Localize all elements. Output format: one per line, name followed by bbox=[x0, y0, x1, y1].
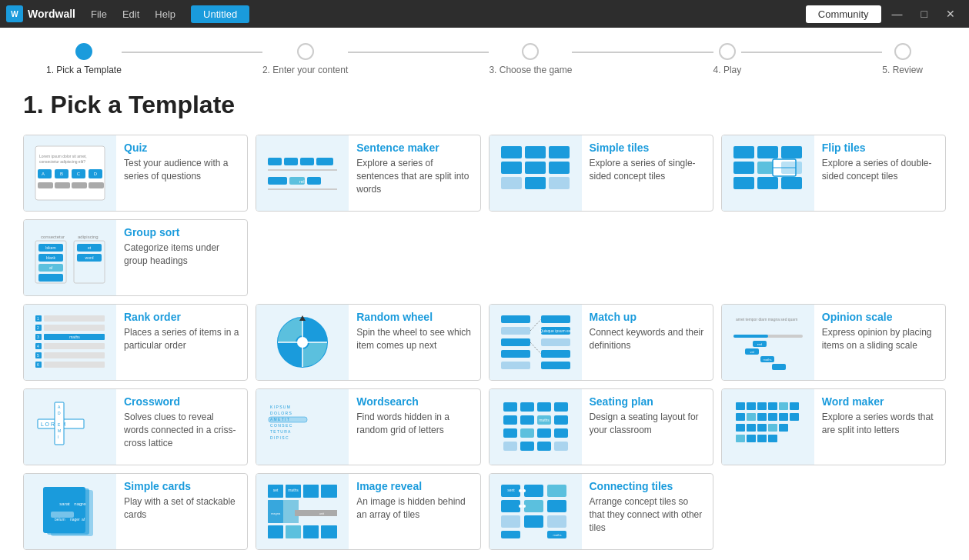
template-sentence-maker[interactable]: rel. Sentence maker Explore a series of … bbox=[256, 135, 480, 212]
template-simple-cards[interactable]: sarat nagre belum nager af Simple cards … bbox=[23, 473, 248, 550]
svg-rect-184 bbox=[286, 525, 301, 538]
template-random-wheel-info: Random wheel Spin the wheel to see which… bbox=[349, 305, 479, 380]
svg-text:rel.: rel. bbox=[299, 179, 306, 184]
svg-text:Quisque ipsum est: Quisque ipsum est bbox=[540, 328, 572, 333]
template-opinion-scale-info: Opinion scale Express opinion by placing… bbox=[814, 305, 945, 380]
titlebar-right: Community — □ ✕ bbox=[806, 5, 963, 23]
template-match-up-thumb: Quisque ipsum est bbox=[490, 305, 582, 380]
svg-rect-149 bbox=[757, 413, 767, 421]
svg-rect-196 bbox=[547, 515, 566, 528]
template-word-maker[interactable]: Word maker Explore a series words that a… bbox=[721, 388, 946, 465]
svg-rect-23 bbox=[307, 177, 321, 185]
menu-help[interactable]: Help bbox=[149, 5, 182, 23]
svg-rect-106 bbox=[772, 364, 786, 370]
template-crossword[interactable]: L O R E M A D E M I Crossword Solves clu… bbox=[23, 388, 248, 465]
template-word-maker-thumb bbox=[722, 389, 814, 465]
svg-rect-141 bbox=[736, 402, 745, 410]
template-match-up[interactable]: Quisque ipsum est Match up Connect keywo… bbox=[489, 304, 713, 381]
svg-rect-89 bbox=[501, 338, 530, 346]
svg-rect-132 bbox=[554, 415, 568, 425]
template-crossword-thumb: L O R E M A D E M I bbox=[24, 389, 116, 465]
svg-rect-157 bbox=[779, 424, 788, 432]
svg-rect-159 bbox=[747, 435, 756, 442]
svg-rect-148 bbox=[747, 413, 756, 421]
maximize-button[interactable]: □ bbox=[914, 5, 935, 23]
template-wordsearch-desc: Find words hidden in a random grid of le… bbox=[356, 411, 472, 437]
svg-rect-151 bbox=[779, 413, 788, 421]
template-opinion-scale-desc: Express opinion by placing items on a sl… bbox=[822, 326, 937, 352]
svg-text:nagre: nagre bbox=[74, 502, 86, 506]
svg-text:et: et bbox=[88, 245, 92, 250]
template-flip-tiles[interactable]: Flip tiles Explore a series of double-si… bbox=[721, 135, 946, 212]
svg-text:magna: magna bbox=[271, 512, 281, 515]
svg-rect-17 bbox=[300, 158, 314, 165]
template-rank-order[interactable]: 1 2 3 maths 4 5 6 bbox=[23, 304, 248, 381]
svg-rect-36 bbox=[781, 146, 802, 158]
step-3: 3. Choose the game bbox=[489, 43, 572, 75]
menu-edit[interactable]: Edit bbox=[116, 5, 145, 23]
step-1-label: 1. Pick a Template bbox=[46, 65, 122, 75]
svg-rect-161 bbox=[768, 435, 777, 442]
svg-rect-91 bbox=[501, 350, 530, 358]
page-title: 1. Pick a Template bbox=[15, 91, 954, 135]
template-simple-tiles-name: Simple tiles bbox=[590, 142, 705, 154]
template-random-wheel[interactable]: Random wheel Spin the wheel to see which… bbox=[256, 304, 480, 381]
template-word-maker-desc: Explore a series words that are split in… bbox=[822, 411, 937, 437]
step-5-label: 5. Review bbox=[882, 65, 923, 75]
template-connecting-tiles[interactable]: sent maths bbox=[489, 473, 713, 550]
svg-rect-28 bbox=[501, 162, 522, 174]
community-button[interactable]: Community bbox=[806, 5, 881, 23]
template-quiz[interactable]: Lorem ipsum dolor sit amet, consectetur … bbox=[23, 135, 248, 212]
svg-rect-179 bbox=[295, 510, 337, 516]
template-opinion-scale[interactable]: amet tempor diam magna sed quam end val … bbox=[721, 304, 946, 381]
svg-rect-31 bbox=[501, 177, 522, 189]
template-quiz-desc: Test your audience with a series of ques… bbox=[124, 157, 239, 183]
svg-rect-156 bbox=[768, 424, 777, 432]
svg-rect-192 bbox=[524, 500, 543, 512]
svg-rect-139 bbox=[537, 442, 551, 451]
svg-text:C: C bbox=[77, 172, 81, 176]
template-seating-plan[interactable]: maths Seating plan Design a seating layo… bbox=[489, 388, 713, 465]
template-image-reveal[interactable]: set maths magna unit bbox=[256, 473, 480, 550]
svg-text:maths: maths bbox=[553, 533, 561, 537]
svg-rect-128 bbox=[503, 415, 517, 425]
svg-text:blank: blank bbox=[46, 255, 55, 260]
svg-rect-189 bbox=[524, 485, 543, 497]
svg-rect-62 bbox=[44, 315, 105, 322]
step-1-circle bbox=[75, 43, 92, 60]
svg-point-200 bbox=[519, 489, 522, 492]
template-wordsearch[interactable]: K I P S U M D O L O R S A M E T I T C O … bbox=[256, 388, 480, 465]
template-image-reveal-name: Image reveal bbox=[356, 480, 472, 492]
template-wordsearch-info: Wordsearch Find words hidden in a random… bbox=[349, 389, 479, 465]
template-group-sort-thumb: consectetur adipiscing bikem blank et wo… bbox=[24, 220, 116, 295]
step-4-label: 4. Play bbox=[713, 65, 742, 75]
svg-text:unit: unit bbox=[319, 512, 325, 515]
svg-text:af: af bbox=[49, 265, 53, 270]
template-group-sort[interactable]: consectetur adipiscing bikem blank et wo… bbox=[23, 219, 248, 296]
svg-rect-145 bbox=[779, 402, 788, 410]
menu-file[interactable]: File bbox=[85, 5, 113, 23]
svg-rect-177 bbox=[321, 485, 337, 498]
step-line-3 bbox=[572, 52, 713, 53]
svg-rect-78 bbox=[44, 362, 105, 368]
minimize-button[interactable]: — bbox=[884, 5, 911, 23]
template-simple-tiles[interactable]: Simple tiles Explore a series of single-… bbox=[489, 135, 713, 212]
svg-rect-124 bbox=[503, 402, 517, 412]
svg-rect-134 bbox=[520, 428, 534, 438]
svg-rect-136 bbox=[554, 428, 568, 438]
svg-text:belum: belum bbox=[55, 517, 65, 522]
template-match-up-name: Match up bbox=[590, 311, 705, 323]
svg-rect-129 bbox=[520, 415, 534, 425]
template-crossword-name: Crossword bbox=[124, 395, 239, 408]
svg-line-96 bbox=[530, 342, 541, 354]
svg-rect-24 bbox=[268, 188, 337, 190]
template-opinion-scale-thumb: amet tempor diam magna sed quam end val … bbox=[722, 305, 814, 380]
svg-rect-160 bbox=[757, 435, 767, 442]
template-rank-order-desc: Places a series of items in a particular… bbox=[124, 326, 239, 352]
active-tab[interactable]: Untitled bbox=[191, 5, 249, 23]
close-button[interactable]: ✕ bbox=[938, 5, 963, 23]
template-rank-order-thumb: 1 2 3 maths 4 5 6 bbox=[24, 305, 116, 380]
template-random-wheel-thumb bbox=[256, 305, 349, 380]
template-seating-plan-thumb: maths bbox=[490, 389, 582, 465]
template-sentence-maker-thumb: rel. bbox=[256, 135, 349, 211]
